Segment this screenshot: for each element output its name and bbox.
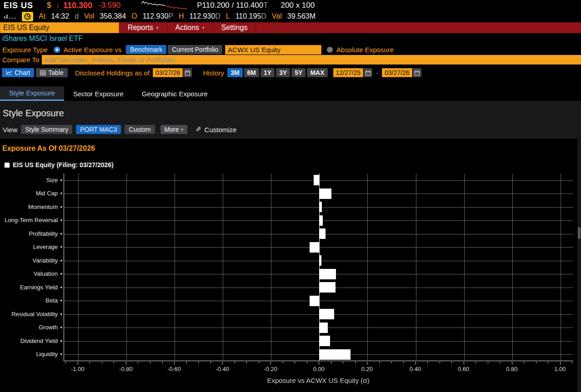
minor-tick [379,362,380,363]
view-style-summary-button[interactable]: Style Summary [21,125,72,134]
history-start-date-input[interactable]: 12/27/25 [333,68,364,77]
history-range-max[interactable]: MAX [307,68,327,77]
exposure-as-of-title: Exposure As Of 03/27/2026 [2,144,95,153]
security-input[interactable] [0,22,119,33]
x-axis-ticks [64,362,573,365]
volume-bars-icon [4,13,17,20]
exposure-bar [319,309,334,319]
current-portfolio-button[interactable]: Current Portfolio [168,45,222,54]
customize-button[interactable]: ✎ Customize [195,125,236,134]
compare-to-input[interactable] [42,55,581,65]
minor-tick [440,362,440,363]
minor-tick [150,362,150,363]
category-arrow-icon: ◄ [59,205,63,209]
benchmark-input[interactable] [225,45,321,55]
x-tick-label: 0.40 [410,366,421,372]
major-tick [512,362,512,365]
major-tick [367,362,367,365]
minor-tick [138,362,138,363]
x-tick-label: 1.00 [554,366,566,372]
absolute-exposure-radio[interactable] [327,47,333,53]
view-custom-button[interactable]: Custom [125,125,155,134]
view-port-mac3-button[interactable]: PORT MAC3 [76,125,121,134]
calendar-icon[interactable] [183,68,192,77]
x-axis-title: Exposure vs ACWX US Equity (σ) [64,377,573,384]
volume-label: Vol [84,12,94,20]
x-tick-label: 0.20 [361,366,373,372]
table-toggle-button[interactable]: Table [36,68,67,77]
minor-tick [235,362,235,363]
category-arrow-icon: ◄ [59,218,63,222]
value-traded: 39.563M [287,12,316,20]
category-arrow-icon: ◄ [59,272,63,276]
category-label: Size◄ [0,177,63,184]
last-price: 110.300 [63,1,92,10]
legend-marker [5,163,10,168]
minor-tick [210,362,211,363]
category-arrow-icon: ◄ [59,232,63,236]
minor-tick [500,362,500,363]
page-title: Style Exposure [3,108,64,119]
category-label: Long-Term Reversal◄ [0,217,63,223]
exposure-bar [319,336,330,346]
major-tick [319,362,319,365]
category-label: Mid Cap◄ [0,190,63,197]
history-range-6m[interactable]: 6M [244,68,259,77]
active-exposure-radio[interactable] [54,47,60,53]
exposure-bar [319,349,351,360]
scrollbar-thumb[interactable] [578,227,581,239]
tab-sector-exposure[interactable]: Sector Exposure [64,86,133,101]
minor-tick [259,362,259,363]
calendar-icon[interactable] [413,68,421,77]
exposure-type-row: Exposure Type Active Exposure vs Benchma… [0,45,581,55]
history-range-5y[interactable]: 5Y [291,68,306,77]
minor-tick [162,362,163,363]
category-arrow-icon: ◄ [59,312,63,316]
horizontal-gridline [64,220,573,221]
menu-item-reports[interactable]: Reports▾ [119,22,167,33]
view-more-button[interactable]: More▾ [160,125,187,134]
bloomberg-terminal-window: EIS US $ ↓ 110.300 -3.590 P110.200 / 110… [0,0,581,392]
minor-tick [524,362,524,363]
horizontal-gridline [64,234,573,234]
vertical-gridline [464,174,465,361]
ticker-symbol: EIS US [4,1,33,10]
major-tick [174,362,175,365]
history-end-date-input[interactable]: 03/27/26 [382,68,412,77]
horizontal-gridline [64,207,573,208]
minor-tick [65,362,66,363]
minor-tick [476,362,476,363]
x-axis-tick-labels: -1.00-0.80-0.60-0.40-0.200.000.200.400.6… [64,366,573,373]
history-range-3m[interactable]: 3M [227,68,242,77]
tab-style-exposure[interactable]: Style Exposure [0,86,64,101]
exposure-type-label: Exposure Type [2,46,48,54]
minor-tick [102,362,102,363]
exposure-bar [319,255,321,266]
quote-row-secondary: At 14:32 d Vol 356,384 O 112.930P H 112.… [0,11,581,22]
menu-item-settings[interactable]: Settings [213,22,256,33]
category-arrow-icon: ◄ [59,245,63,249]
minor-tick [572,362,572,363]
horizontal-gridline [64,314,573,315]
benchmark-button[interactable]: Benchmark [126,45,166,54]
minor-tick [488,362,488,363]
tab-geographic-exposure[interactable]: Geographic Exposure [133,86,217,101]
major-tick [560,362,561,365]
calendar-icon[interactable] [364,68,372,77]
x-tick-label: 0.00 [313,366,325,372]
menu-item-actions[interactable]: Actions▾ [167,22,213,33]
chart-controls-row: Chart Table Disclosed Holdings as of 03/… [2,68,579,78]
lot-size: 200 x 100 [281,1,315,10]
category-label: Dividend Yield◄ [0,337,63,344]
category-label: Residual Volatility◄ [0,311,63,318]
history-range-1y[interactable]: 1Y [260,68,275,77]
history-range-3y[interactable]: 3Y [276,68,290,77]
line-chart-icon [6,70,12,75]
compare-to-label: Compare To [2,56,39,64]
vertical-gridline [416,174,416,361]
horizontal-gridline [64,261,573,261]
disclosed-date-input[interactable]: 03/27/26 [153,68,183,77]
vertical-gridline [126,174,127,361]
chart-toggle-button[interactable]: Chart [2,68,34,77]
minor-tick [198,362,199,363]
